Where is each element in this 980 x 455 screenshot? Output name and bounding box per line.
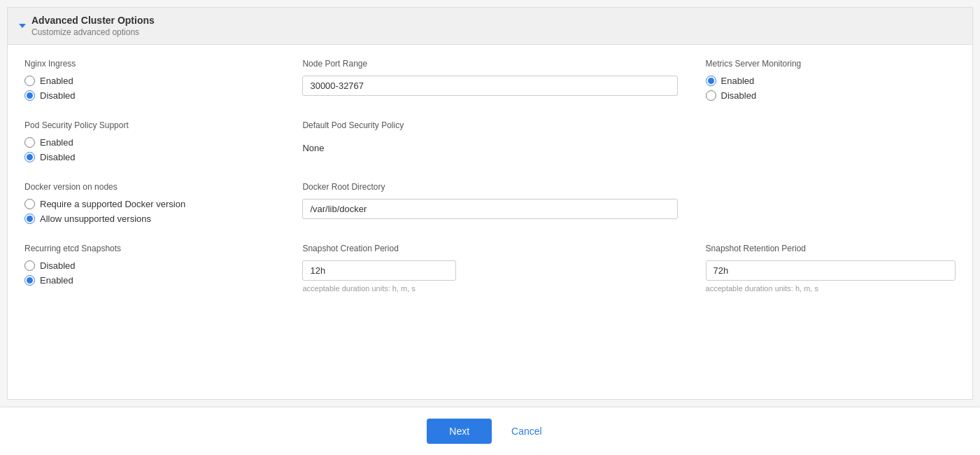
recurring-etcd-col: Recurring etcd Snapshots Disabled Enable… — [24, 244, 274, 293]
recurring-etcd-enabled-radio[interactable] — [24, 275, 35, 286]
footer: Next Cancel — [0, 407, 980, 455]
metrics-server-label: Metrics Server Monitoring — [706, 59, 956, 69]
default-pod-security-label: Default Pod Security Policy — [302, 120, 677, 130]
recurring-etcd-disabled-radio[interactable] — [24, 260, 35, 271]
recurring-etcd-enabled-item[interactable]: Enabled — [24, 275, 274, 286]
nginx-ingress-label: Nginx Ingress — [24, 59, 274, 69]
advanced-cluster-panel: Advanced Cluster Options Customize advan… — [7, 7, 973, 400]
metrics-server-disabled-label: Disabled — [721, 90, 757, 101]
row-2: Pod Security Policy Support Enabled Disa… — [24, 120, 956, 162]
nginx-ingress-enabled-item[interactable]: Enabled — [24, 76, 274, 86]
metrics-server-enabled-radio[interactable] — [706, 76, 716, 86]
panel-subtitle: Customize advanced options — [31, 27, 155, 37]
nginx-ingress-disabled-radio[interactable] — [24, 90, 35, 101]
docker-version-label: Docker version on nodes — [24, 182, 274, 192]
docker-version-col: Docker version on nodes Require a suppor… — [24, 182, 274, 224]
recurring-etcd-disabled-label: Disabled — [40, 260, 76, 271]
nginx-ingress-disabled-label: Disabled — [40, 90, 76, 101]
next-button[interactable]: Next — [427, 419, 492, 444]
metrics-server-disabled-radio[interactable] — [706, 90, 716, 101]
pod-security-policy-col: Pod Security Policy Support Enabled Disa… — [24, 120, 274, 162]
pod-security-policy-disabled-label: Disabled — [40, 152, 76, 162]
recurring-etcd-enabled-label: Enabled — [40, 275, 73, 286]
docker-root-dir-col: Docker Root Directory — [302, 182, 677, 224]
docker-root-dir-label: Docker Root Directory — [302, 182, 677, 192]
docker-root-dir-input[interactable] — [302, 199, 677, 219]
nginx-ingress-radio-group: Enabled Disabled — [24, 76, 274, 101]
pod-security-policy-enabled-radio[interactable] — [24, 137, 35, 148]
snapshot-retention-col: Snapshot Retention Period acceptable dur… — [706, 244, 956, 293]
pod-security-policy-radio-group: Enabled Disabled — [24, 137, 274, 162]
chevron-down-icon[interactable] — [19, 24, 26, 28]
nginx-ingress-disabled-item[interactable]: Disabled — [24, 90, 274, 101]
metrics-server-enabled-label: Enabled — [721, 76, 755, 86]
spacer-col-1 — [706, 120, 956, 162]
docker-version-unsupported-label: Allow unsupported versions — [40, 214, 151, 224]
pod-security-policy-disabled-radio[interactable] — [24, 152, 35, 162]
snapshot-creation-input[interactable] — [302, 260, 456, 281]
panel-title: Advanced Cluster Options — [31, 15, 155, 26]
pod-security-policy-disabled-item[interactable]: Disabled — [24, 152, 274, 162]
pod-security-policy-enabled-label: Enabled — [40, 137, 73, 148]
default-pod-security-col: Default Pod Security Policy None — [302, 120, 677, 162]
docker-version-unsupported-radio[interactable] — [24, 214, 35, 224]
snapshot-retention-input[interactable] — [706, 260, 956, 281]
docker-version-supported-radio[interactable] — [24, 199, 35, 209]
node-port-range-col: Node Port Range — [302, 59, 677, 101]
snapshot-creation-col: Snapshot Creation Period acceptable dura… — [302, 244, 677, 293]
row-1: Nginx Ingress Enabled Disabled Node Por — [24, 59, 956, 101]
row-3: Docker version on nodes Require a suppor… — [24, 182, 956, 224]
docker-version-supported-item[interactable]: Require a supported Docker version — [24, 199, 274, 209]
snapshot-creation-hint: acceptable duration units: h, m, s — [302, 284, 677, 293]
snapshot-retention-hint: acceptable duration units: h, m, s — [706, 284, 956, 293]
spacer-col-2 — [706, 182, 956, 224]
nginx-ingress-enabled-label: Enabled — [40, 76, 73, 86]
docker-version-supported-label: Require a supported Docker version — [40, 199, 185, 209]
metrics-server-enabled-item[interactable]: Enabled — [706, 76, 956, 86]
recurring-etcd-disabled-item[interactable]: Disabled — [24, 260, 274, 271]
snapshot-creation-label: Snapshot Creation Period — [302, 244, 677, 253]
node-port-range-label: Node Port Range — [302, 59, 677, 69]
recurring-etcd-label: Recurring etcd Snapshots — [24, 244, 274, 253]
recurring-etcd-radio-group: Disabled Enabled — [24, 260, 274, 286]
metrics-server-col: Metrics Server Monitoring Enabled Disabl… — [706, 59, 956, 101]
pod-security-policy-label: Pod Security Policy Support — [24, 120, 274, 130]
row-4: Recurring etcd Snapshots Disabled Enable… — [24, 244, 956, 293]
metrics-server-radio-group: Enabled Disabled — [706, 76, 956, 101]
nginx-ingress-enabled-radio[interactable] — [24, 76, 35, 86]
pod-security-policy-enabled-item[interactable]: Enabled — [24, 137, 274, 148]
nginx-ingress-col: Nginx Ingress Enabled Disabled — [24, 59, 274, 101]
page-wrapper: Advanced Cluster Options Customize advan… — [0, 0, 980, 455]
default-pod-security-value: None — [302, 137, 677, 153]
metrics-server-disabled-item[interactable]: Disabled — [706, 90, 956, 101]
snapshot-retention-label: Snapshot Retention Period — [706, 244, 956, 253]
docker-version-radio-group: Require a supported Docker version Allow… — [24, 199, 274, 224]
node-port-range-input[interactable] — [302, 76, 677, 96]
cancel-button[interactable]: Cancel — [500, 419, 553, 444]
panel-header: Advanced Cluster Options Customize advan… — [8, 8, 972, 45]
panel-body: Nginx Ingress Enabled Disabled Node Por — [8, 45, 972, 309]
docker-version-unsupported-item[interactable]: Allow unsupported versions — [24, 214, 274, 224]
